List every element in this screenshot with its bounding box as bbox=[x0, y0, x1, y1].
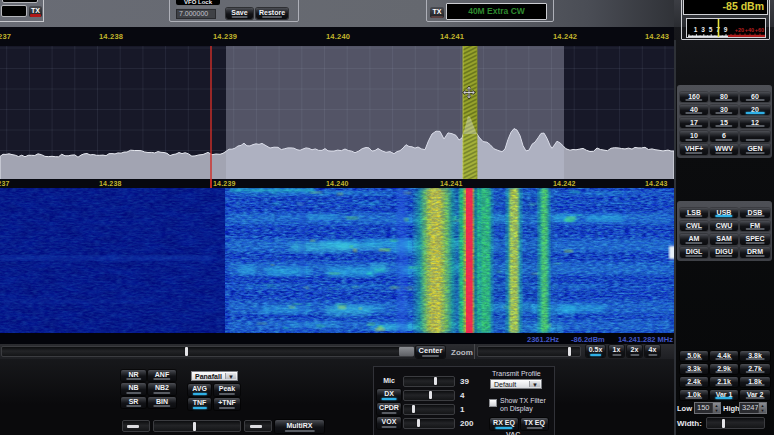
svg-text:+60: +60 bbox=[755, 27, 764, 33]
svg-text:+20: +20 bbox=[735, 27, 744, 33]
svg-text:3: 3 bbox=[701, 26, 705, 33]
svg-text:1: 1 bbox=[694, 26, 698, 33]
svg-text:+40: +40 bbox=[745, 27, 754, 33]
svg-text:9: 9 bbox=[724, 26, 728, 33]
svg-text:5: 5 bbox=[709, 26, 713, 33]
